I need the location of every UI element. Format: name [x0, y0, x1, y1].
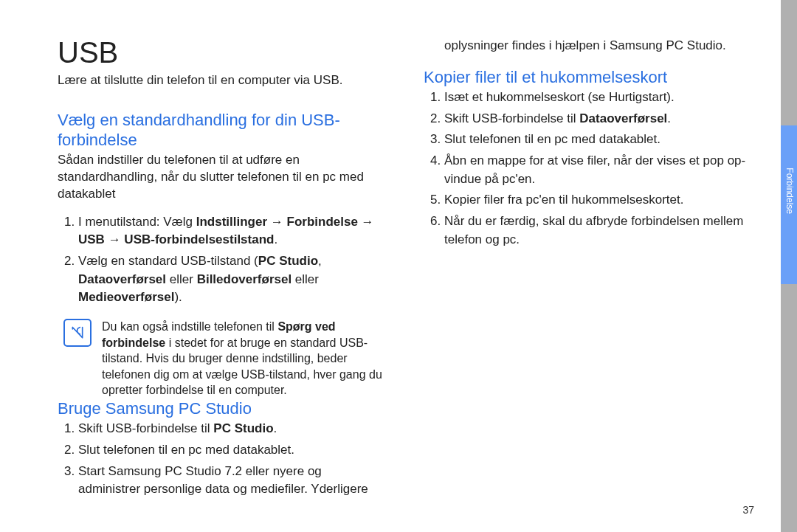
- side-tab-label: Forbindelse: [784, 167, 795, 214]
- bold-text: Forbindelse: [287, 215, 358, 229]
- steps-copy-files: Isæt et hukommelseskort (se Hurtigstart)…: [424, 89, 753, 249]
- list-item: Skift USB-forbindelse til PC Studio.: [78, 420, 387, 438]
- text: →: [358, 215, 374, 229]
- text: Du kan også indstille telefonen til: [102, 320, 277, 333]
- page-number: 37: [742, 504, 754, 516]
- list-item: Isæt et hukommelseskort (se Hurtigstart)…: [444, 89, 753, 107]
- tab-segment-grey-2: [781, 284, 797, 532]
- steps-default-action: I menutilstand: Vælg Indstillinger → For…: [58, 213, 387, 307]
- list-item: Åbn en mappe for at vise filer, når der …: [444, 152, 753, 188]
- text: →: [267, 215, 286, 229]
- bold-text: Billedoverførsel: [197, 272, 292, 286]
- text: eller: [166, 272, 197, 286]
- note-icon: [63, 319, 92, 347]
- bold-text: Dataoverførsel: [78, 272, 166, 286]
- text: I menutilstand: Vælg: [78, 215, 196, 229]
- section-heading-copy-files: Kopier filer til et hukommelseskort: [424, 67, 753, 88]
- bold-text: Indstillinger: [196, 215, 267, 229]
- bold-text: USB: [78, 232, 105, 246]
- bold-text: PC Studio: [213, 421, 273, 435]
- tab-segment-grey-1: [781, 0, 797, 125]
- text: .: [667, 111, 671, 125]
- note-text: Du kan også indstille telefonen til Spør…: [102, 319, 387, 398]
- section-heading-pc-studio: Bruge Samsung PC Studio: [58, 398, 387, 419]
- list-item: Slut telefonen til en pc med datakablet.: [78, 441, 387, 460]
- bold-text: Dataoverførsel: [579, 111, 667, 125]
- text: .: [274, 421, 277, 435]
- page-title: USB: [58, 37, 387, 68]
- list-item: Vælg en standard USB-tilstand (PC Studio…: [78, 252, 387, 307]
- text: Skift USB-forbindelse til: [444, 111, 579, 125]
- text: →: [105, 232, 124, 246]
- text: ,: [318, 254, 322, 268]
- text: eller: [291, 272, 319, 286]
- list-item: Skift USB-forbindelse til Dataoverførsel…: [444, 110, 753, 128]
- page-content: USB Lære at tilslutte din telefon til en…: [58, 37, 753, 502]
- text: Skift USB-forbindelse til: [78, 421, 213, 435]
- list-item: Kopier filer fra pc'en til hukommelsesko…: [444, 191, 753, 210]
- intro-text: Lære at tilslutte din telefon til en com…: [58, 72, 387, 89]
- list-item: Når du er færdig, skal du afbryde forbin…: [444, 213, 753, 249]
- list-item: I menutilstand: Vælg Indstillinger → For…: [78, 213, 387, 249]
- bold-text: USB-forbindelsestilstand: [124, 232, 274, 246]
- section-heading-default-action: Vælg en standardhandling for din USB-for…: [58, 110, 387, 151]
- list-item: Slut telefonen til en pc med datakablet.: [444, 131, 753, 149]
- text: ).: [174, 290, 182, 304]
- bold-text: PC Studio: [258, 254, 318, 268]
- section-lead: Sådan indstiller du telefonen til at udf…: [58, 152, 387, 203]
- text: Vælg en standard USB-tilstand (: [78, 254, 258, 268]
- note-box: Du kan også indstille telefonen til Spør…: [63, 319, 387, 398]
- bold-text: Medieoverførsel: [78, 290, 174, 304]
- side-tab: Forbindelse: [781, 0, 797, 532]
- text: .: [274, 232, 277, 246]
